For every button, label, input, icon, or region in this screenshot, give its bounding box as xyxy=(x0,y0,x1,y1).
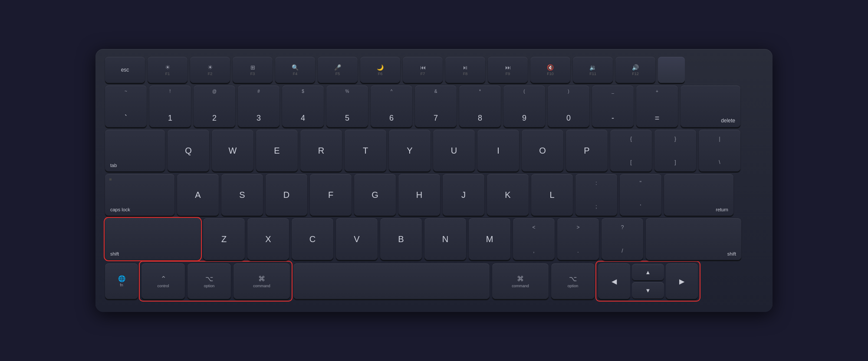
key-lbracket[interactable]: { [ xyxy=(610,130,652,171)
key-t[interactable]: T xyxy=(345,130,386,171)
key-1[interactable]: ! 1 xyxy=(149,85,191,127)
key-5[interactable]: % 5 xyxy=(326,85,368,127)
key-w[interactable]: W xyxy=(212,130,253,171)
key-x[interactable]: X xyxy=(247,218,289,260)
key-space[interactable] xyxy=(293,263,490,299)
command-right-icon: ⌘ xyxy=(517,275,524,283)
key-l[interactable]: L xyxy=(531,174,573,216)
key-z[interactable]: Z xyxy=(203,218,245,260)
key-comma[interactable]: < , xyxy=(513,218,555,260)
key-command-left[interactable]: ⌘ command xyxy=(233,263,290,299)
f3-label: F3 xyxy=(250,72,255,76)
key-q[interactable]: Q xyxy=(168,130,209,171)
key-3[interactable]: # 3 xyxy=(238,85,279,127)
key-m[interactable]: M xyxy=(469,218,510,260)
key-option-left[interactable]: ⌥ option xyxy=(187,263,231,299)
key-caps-lock[interactable]: caps lock xyxy=(105,174,174,216)
key-arrow-left[interactable]: ◀ xyxy=(598,263,630,299)
f12-label: F12 xyxy=(632,72,639,76)
key-f7[interactable]: ⏮ F7 xyxy=(403,57,443,83)
key-u[interactable]: U xyxy=(433,130,475,171)
arrow-left-icon: ◀ xyxy=(612,277,617,286)
key-6[interactable]: ^ 6 xyxy=(371,85,412,127)
key-f1[interactable]: ☀ F1 xyxy=(148,57,187,83)
f6-label: F6 xyxy=(378,72,383,76)
key-0[interactable]: ) 0 xyxy=(548,85,589,127)
key-equals[interactable]: + = xyxy=(636,85,678,127)
key-period[interactable]: > . xyxy=(557,218,599,260)
key-2[interactable]: @ 2 xyxy=(194,85,235,127)
key-c[interactable]: C xyxy=(292,218,333,260)
key-h[interactable]: H xyxy=(398,174,440,216)
key-backslash[interactable]: | \ xyxy=(699,130,740,171)
key-f10[interactable]: 🔇 F10 xyxy=(530,57,570,83)
key-fn[interactable]: 🌐 fn xyxy=(105,263,138,299)
control-label: control xyxy=(157,284,169,288)
key-slash[interactable]: ? / xyxy=(602,218,643,260)
tab-label: tab xyxy=(110,163,117,168)
key-j[interactable]: J xyxy=(443,174,484,216)
key-n[interactable]: N xyxy=(424,218,466,260)
key-minus[interactable]: _ - xyxy=(592,85,634,127)
key-i[interactable]: I xyxy=(477,130,519,171)
key-p[interactable]: P xyxy=(566,130,608,171)
key-quote[interactable]: " ' xyxy=(620,174,661,216)
key-shift-left[interactable]: shift xyxy=(105,218,201,260)
key-tilde: ~ xyxy=(125,89,127,94)
key-arrow-down[interactable]: ▼ xyxy=(632,282,664,299)
key-e[interactable]: E xyxy=(256,130,298,171)
f4-label: F4 xyxy=(293,72,298,76)
key-f12[interactable]: 🔊 F12 xyxy=(615,57,655,83)
key-a[interactable]: A xyxy=(177,174,219,216)
f7-icon: ⏮ xyxy=(420,64,426,71)
key-semicolon[interactable]: : ; xyxy=(575,174,617,216)
key-f6[interactable]: 🌙 F6 xyxy=(360,57,400,83)
key-9[interactable]: ( 9 xyxy=(503,85,545,127)
key-command-right[interactable]: ⌘ command xyxy=(492,263,549,299)
key-control[interactable]: ⌃ control xyxy=(141,263,185,299)
key-o[interactable]: O xyxy=(522,130,563,171)
qwerty-row: tab Q W E R T Y U I O P { [ } ] | \ xyxy=(105,130,763,171)
key-f[interactable]: F xyxy=(310,174,352,216)
arrow-cluster: ◀ ▲ ▼ ▶ xyxy=(597,263,699,300)
f1-icon: ☀ xyxy=(165,64,171,71)
caps-lock-led xyxy=(109,178,112,180)
key-f9[interactable]: ⏭ F9 xyxy=(488,57,528,83)
f3-icon: ⊞ xyxy=(250,64,255,71)
delete-label: delete xyxy=(721,118,735,124)
key-f8[interactable]: ⏯ F8 xyxy=(445,57,485,83)
arrow-right-icon: ▶ xyxy=(679,277,684,286)
key-touchid[interactable] xyxy=(658,57,685,83)
key-7[interactable]: & 7 xyxy=(415,85,457,127)
key-return[interactable]: return xyxy=(664,174,733,216)
key-arrow-up[interactable]: ▲ xyxy=(632,264,664,280)
key-y[interactable]: Y xyxy=(389,130,431,171)
key-f5[interactable]: 🎤 F5 xyxy=(318,57,358,83)
key-f11[interactable]: 🔉 F11 xyxy=(573,57,613,83)
key-8[interactable]: * 8 xyxy=(459,85,501,127)
number-row: ~ ` ! 1 @ 2 # 3 $ 4 % 5 ^ 6 xyxy=(105,85,763,127)
key-esc[interactable]: esc xyxy=(105,57,145,83)
f9-icon: ⏭ xyxy=(505,64,511,71)
key-tab[interactable]: tab xyxy=(105,130,165,171)
key-d[interactable]: D xyxy=(266,174,307,216)
key-option-right[interactable]: ⌥ option xyxy=(551,263,595,299)
key-v[interactable]: V xyxy=(336,218,378,260)
key-4[interactable]: $ 4 xyxy=(282,85,324,127)
key-g[interactable]: G xyxy=(354,174,396,216)
key-backtick[interactable]: ~ ` xyxy=(105,85,147,127)
key-k[interactable]: K xyxy=(487,174,529,216)
key-f3[interactable]: ⊞ F3 xyxy=(233,57,273,83)
key-arrow-right[interactable]: ▶ xyxy=(666,263,698,299)
key-rbracket[interactable]: } ] xyxy=(654,130,696,171)
key-f4[interactable]: 🔍 F4 xyxy=(275,57,315,83)
key-s[interactable]: S xyxy=(221,174,263,216)
key-b[interactable]: B xyxy=(380,218,422,260)
f5-icon: 🎤 xyxy=(334,64,341,71)
key-delete[interactable]: delete xyxy=(681,85,740,127)
key-r[interactable]: R xyxy=(300,130,342,171)
command-left-label: command xyxy=(253,284,270,288)
key-f2[interactable]: ☀ F2 xyxy=(190,57,230,83)
key-shift-right[interactable]: shift xyxy=(646,218,741,260)
f2-label: F2 xyxy=(208,72,213,76)
